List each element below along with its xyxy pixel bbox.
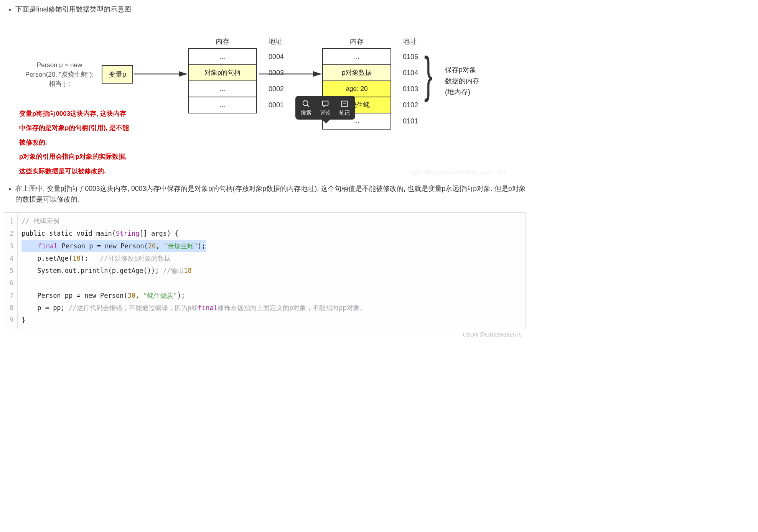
code-l3-num: 20: [148, 242, 156, 250]
brace-label: 保存p对象 数据的内存 (堆内存): [445, 64, 480, 97]
code-l9: }: [21, 316, 25, 324]
diagram-watermark: https://blog.csdn.net/weixin_41357767: [409, 169, 506, 176]
code-l8a: p = pp;: [21, 304, 69, 312]
code-l4-cmt: //可以修改p对象的数据: [100, 255, 171, 262]
memory-column-1: ... 对象p的句柄 ... ...: [188, 49, 257, 113]
selection-popover: 搜索 评论 笔记: [295, 96, 355, 120]
variable-p-box: 变量p: [102, 65, 133, 84]
decl-line1: Person p = new: [37, 61, 82, 69]
code-l4a: p.setAge(: [21, 255, 73, 262]
code-content: // 代码示例 public static void main(String[]…: [18, 213, 525, 329]
cell-1-1: 对象p的句柄: [188, 64, 257, 81]
code-l1: // 代码示例: [21, 217, 59, 225]
cell-2-0: ...: [322, 48, 391, 65]
addr-1-1: 0003: [269, 69, 284, 77]
popover-note-button[interactable]: 笔记: [339, 100, 350, 117]
code-l8-final: final: [198, 304, 218, 312]
code-l2-type: String: [116, 230, 139, 237]
addr-2-1: 0104: [403, 69, 418, 77]
code-l2b: [] args) {: [139, 230, 178, 237]
cell-1-3: ...: [188, 97, 257, 113]
red-line-3: 被修改的.: [19, 139, 47, 146]
addr-1-2: 0002: [269, 85, 284, 93]
cell-2-2: age: 20: [322, 80, 391, 97]
red-line-2: 中保存的是对象p的句柄(引用), 是不能: [19, 124, 129, 131]
note-icon: [340, 100, 349, 108]
popover-comment-button[interactable]: 评论: [320, 100, 331, 117]
svg-point-2: [303, 101, 308, 106]
mem-header-2: 内存: [322, 37, 391, 46]
brace-label-1: 保存p对象: [445, 66, 476, 74]
decl-line3: 相当于:: [49, 80, 70, 87]
code-l7-end: );: [177, 292, 185, 299]
popover-search-button[interactable]: 搜索: [301, 100, 311, 117]
addr-2-2: 0103: [403, 85, 418, 93]
code-l5-cmt: //输出: [163, 267, 184, 274]
search-icon: [302, 100, 310, 108]
comment-icon: [321, 100, 330, 108]
code-block: 123456789 // 代码示例 public static void mai…: [4, 212, 526, 329]
code-l3-comma: ,: [156, 242, 163, 250]
addr-1-3: 0001: [269, 101, 284, 109]
cell-1-0: ...: [188, 48, 257, 65]
code-l3a: Person p = new Person(: [58, 242, 148, 250]
code-l2a: public static void main(: [21, 230, 116, 237]
addr-1-0: 0004: [269, 53, 284, 61]
code-l5a: System.out.println(p.getAge());: [21, 267, 163, 274]
bullet-1: 下面是final修饰引用数据类型的示意图: [15, 4, 529, 15]
code-l4b: );: [81, 255, 100, 262]
code-l8-cmt2: 修饰永远指向上面定义的p对象，不能指向pp对象。: [218, 304, 366, 312]
code-l7-comma: ,: [135, 292, 143, 299]
mem-header-1: 内存: [188, 37, 257, 46]
bullet-list-1: 下面是final修饰引用数据类型的示意图: [15, 4, 529, 15]
red-line-5: 这些实际数据是可以被修改的.: [19, 167, 106, 175]
code-l5-num: 18: [184, 267, 191, 274]
addr-2-0: 0105: [403, 53, 418, 61]
code-gutter: 123456789: [4, 213, 18, 329]
code-l3-highlight: final Person p = new Person(20, "炭烧生蚝");: [21, 240, 206, 252]
addr-2-3: 0102: [403, 101, 418, 109]
brace-icon: }: [424, 52, 433, 97]
decl-line2: Person(20, "炭烧生蚝");: [25, 71, 94, 78]
popover-comment-label: 评论: [320, 110, 331, 117]
code-l4-num: 18: [73, 255, 80, 262]
code-l7-str: "蚝生烧炭": [143, 292, 177, 299]
brace-label-2: 数据的内存: [445, 77, 480, 85]
code-l3-str: "炭烧生蚝": [164, 242, 198, 250]
cell-1-2: ...: [188, 80, 257, 97]
code-l8-cmt1: //这行代码会报错，不能通过编译，因为p经: [69, 304, 198, 312]
addr-header-1: 地址: [269, 37, 282, 46]
brace-label-3: (堆内存): [445, 88, 470, 96]
cell-2-1: p对象数据: [322, 64, 391, 81]
popover-note-label: 笔记: [339, 110, 350, 117]
code-l3-end: );: [198, 242, 205, 250]
code-l7a: Person pp = new Person(: [21, 292, 127, 299]
code-l7-num: 30: [128, 292, 135, 299]
memory-diagram: Person p = new Person(20, "炭烧生蚝"); 相当于: …: [8, 22, 522, 176]
page: 下面是final修饰引用数据类型的示意图 Person p = new Pers…: [0, 0, 529, 345]
addr-header-2: 地址: [403, 37, 417, 46]
red-note-block: 变量p将指向0003这块内存, 这块内存 中保存的是对象p的句柄(引用), 是不…: [19, 107, 173, 178]
popover-search-label: 搜索: [301, 110, 311, 117]
bullet-2: 在上图中, 变量p指向了0003这块内存, 0003内存中保存的是对象p的句柄(…: [15, 183, 529, 205]
code-l3-final: final: [38, 242, 58, 250]
svg-line-3: [307, 105, 310, 107]
red-line-1: 变量p将指向0003这块内存, 这块内存: [19, 110, 126, 117]
footer-watermark: CSDN @C18298182575: [0, 329, 529, 342]
declaration-text: Person p = new Person(20, "炭烧生蚝"); 相当于:: [23, 61, 96, 89]
bullet-list-2: 在上图中, 变量p指向了0003这块内存, 0003内存中保存的是对象p的句柄(…: [15, 183, 529, 205]
code-l3-sp: [22, 242, 38, 250]
addr-2-4: 0101: [403, 117, 418, 125]
red-line-4: p对象的引用会指向p对象的实际数据,: [19, 153, 127, 160]
